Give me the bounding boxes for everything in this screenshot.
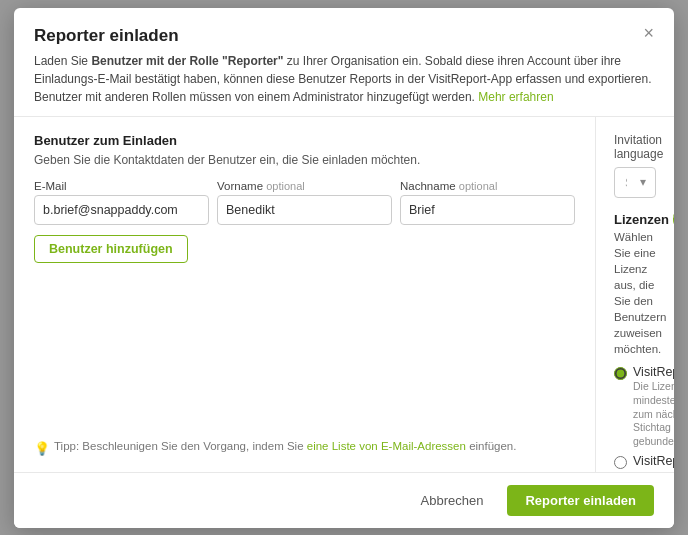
language-select[interactable]: Select language <box>614 167 656 198</box>
license-option-visitreport[interactable]: VisitReport 25 Die Lizenz bleibt mindest… <box>614 365 656 448</box>
modal-body: Benutzer zum Einladen Geben Sie die Kont… <box>14 117 674 472</box>
left-section-desc: Geben Sie die Kontaktdaten der Benutzer … <box>34 152 575 169</box>
modal-footer: Abbrechen Reporter einladen <box>14 472 674 528</box>
email-input[interactable] <box>34 195 209 225</box>
modal-reporter-einladen: Reporter einladen Laden Sie Benutzer mit… <box>14 8 674 528</box>
license-radio-group: VisitReport 25 Die Lizenz bleibt mindest… <box>614 365 656 471</box>
lizenzen-desc: Wählen Sie eine Lizenz aus, die Sie den … <box>614 229 656 358</box>
license-option-concurrent-inner: VisitReport concurrent 32 <box>633 454 674 471</box>
form-row: E-Mail Vorname optional Nachname optiona… <box>34 180 575 225</box>
vorname-label: Vorname optional <box>217 180 392 192</box>
email-label: E-Mail <box>34 180 209 192</box>
modal-title: Reporter einladen <box>34 26 654 46</box>
lizenzen-title: Lizenzen ? <box>614 212 656 227</box>
submit-button[interactable]: Reporter einladen <box>507 485 654 516</box>
modal-header: Reporter einladen Laden Sie Benutzer mit… <box>14 8 674 117</box>
vorname-group: Vorname optional <box>217 180 392 225</box>
lizenzen-info-icon[interactable]: ? <box>673 212 674 226</box>
visitreport-sub: Die Lizenz bleibt mindestens bis zum näc… <box>633 380 674 448</box>
nachname-input[interactable] <box>400 195 575 225</box>
vorname-input[interactable] <box>217 195 392 225</box>
nachname-group: Nachname optional <box>400 180 575 225</box>
tip-icon: 💡 <box>34 441 50 456</box>
modal-desc-text: Laden Sie Benutzer mit der Rolle "Report… <box>34 54 651 104</box>
add-user-button[interactable]: Benutzer hinzufügen <box>34 235 188 263</box>
right-panel: Invitation language Select language ▾ Li… <box>596 117 674 472</box>
invitation-language-label: Invitation language <box>614 133 656 161</box>
license-label-visitreport: VisitReport 25 <box>633 365 674 379</box>
cancel-button[interactable]: Abbrechen <box>407 485 498 516</box>
license-option-visitreport-inner: VisitReport 25 Die Lizenz bleibt mindest… <box>633 365 674 448</box>
left-panel: Benutzer zum Einladen Geben Sie die Kont… <box>14 117 596 472</box>
license-option-concurrent[interactable]: VisitReport concurrent 32 <box>614 454 656 471</box>
learn-more-link[interactable]: Mehr erfahren <box>478 90 553 104</box>
left-section-title: Benutzer zum Einladen <box>34 133 575 148</box>
nachname-label: Nachname optional <box>400 180 575 192</box>
license-label-concurrent: VisitReport concurrent 32 <box>633 454 674 471</box>
close-button[interactable]: × <box>637 22 660 44</box>
email-list-link[interactable]: eine Liste von E-Mail-Adressen <box>307 440 466 452</box>
tip-text: Tipp: Beschleunigen Sie den Vorgang, ind… <box>54 440 516 452</box>
tip-area: 💡 Tipp: Beschleunigen Sie den Vorgang, i… <box>34 430 575 456</box>
license-radio-visitreport[interactable] <box>614 367 627 380</box>
language-select-wrapper: Select language ▾ <box>614 167 656 198</box>
license-radio-concurrent[interactable] <box>614 456 627 469</box>
email-group: E-Mail <box>34 180 209 225</box>
modal-description: Laden Sie Benutzer mit der Rolle "Report… <box>34 52 654 106</box>
